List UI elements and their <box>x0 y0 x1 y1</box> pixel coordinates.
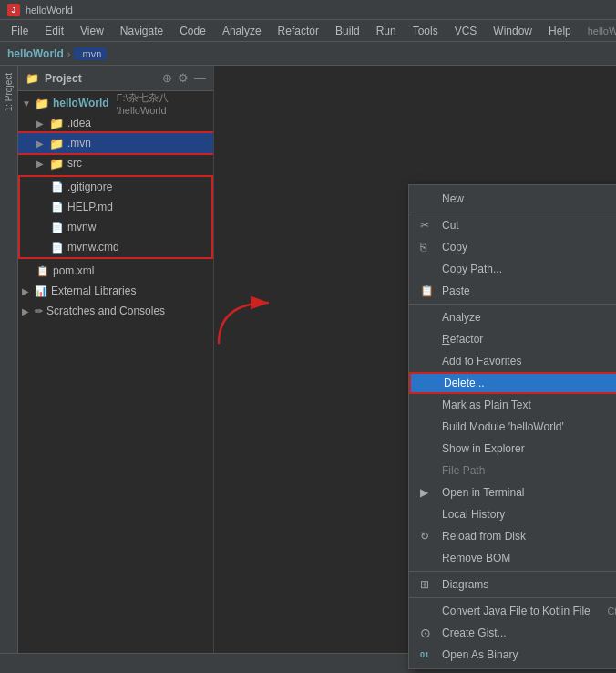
files-section: 📄 .gitignore 📄 HELP.md 📄 mvnw 📄 mvnw.cmd <box>18 175 213 259</box>
tree-src[interactable]: ▶ 📁 src <box>18 153 213 173</box>
cm-terminal[interactable]: ▶ Open in Terminal <box>409 481 616 503</box>
cm-copypath[interactable]: Copy Path... <box>409 258 616 280</box>
cm-openbinary-icon: 01 <box>420 650 436 659</box>
toolbar-settings-icon[interactable]: ⚙ <box>178 71 189 85</box>
cm-new-label: New <box>442 192 616 205</box>
cm-favorites[interactable]: Add to Favorites ▶ <box>409 350 616 372</box>
menu-view[interactable]: View <box>73 23 111 39</box>
tree-ext-libs[interactable]: ▶ 📊 External Libraries <box>18 281 213 301</box>
cm-paste-label: Paste <box>442 285 616 297</box>
cm-localhistory-label: Local History <box>442 508 616 521</box>
cm-copy-label: Copy <box>442 241 616 254</box>
cm-removebom[interactable]: Remove BOM <box>409 547 616 569</box>
breadcrumb: helloWorld › .mvn <box>0 42 616 66</box>
tree-mvnw[interactable]: 📄 mvnw <box>20 217 211 237</box>
cm-creategist[interactable]: ⊙ Create Gist... <box>409 622 616 644</box>
toolbar-globe-icon[interactable]: ⊕ <box>162 71 172 85</box>
cm-creategist-icon: ⊙ <box>420 626 436 640</box>
extlibs-label: External Libraries <box>51 285 136 297</box>
breadcrumb-project[interactable]: helloWorld <box>7 47 64 60</box>
mvnw-label: mvnw <box>67 221 96 233</box>
cm-sep3 <box>409 597 616 598</box>
cm-openbinary[interactable]: 01 Open As Binary <box>409 644 616 666</box>
cm-buildmodule-label: Build Module 'helloWorld' <box>442 420 616 433</box>
cm-diagrams[interactable]: ⊞ Diagrams ▶ <box>409 574 616 595</box>
cm-delete[interactable]: Delete... Delete <box>409 372 616 394</box>
cm-copy-icon: ⎘ <box>420 241 436 254</box>
cm-analyze[interactable]: Analyze ▶ <box>409 306 616 328</box>
menu-analyze[interactable]: Analyze <box>215 23 269 39</box>
menu-help[interactable]: Help <box>541 23 579 39</box>
helpmd-icon: 📄 <box>51 202 64 213</box>
src-label: src <box>67 157 82 170</box>
cm-convertkotlin[interactable]: Convert Java File to Kotlin File Ctrl+Al… <box>409 600 616 622</box>
project-panel-title: Project <box>45 72 157 85</box>
side-strip-label[interactable]: 1: Project <box>4 73 14 111</box>
tree-helpmd[interactable]: 📄 HELP.md <box>20 197 211 217</box>
cm-showexplorer-label: Show in Explorer <box>442 442 616 455</box>
main-area: 1: Project 📁 Project ⊕ ⚙ — ▼ 📁 helloWorl… <box>0 66 616 673</box>
menu-build[interactable]: Build <box>328 23 367 39</box>
cm-new[interactable]: New ▶ <box>409 188 616 210</box>
idea-icon: 📁 <box>49 117 64 130</box>
cm-reload[interactable]: ↻ Reload from Disk <box>409 525 616 547</box>
menu-run[interactable]: Run <box>369 23 404 39</box>
menu-file[interactable]: File <box>4 23 36 39</box>
cm-terminal-icon: ▶ <box>420 486 436 499</box>
cm-sep2 <box>409 571 616 572</box>
content-area: New ▶ ✂ Cut Ctrl+X ⎘ Copy Ctrl+C Copy Pa… <box>214 66 616 673</box>
cm-markplain[interactable]: Mark as Plain Text <box>409 394 616 416</box>
tree-gitignore[interactable]: 📄 .gitignore <box>20 177 211 197</box>
cm-convertkotlin-label: Convert Java File to Kotlin File <box>442 605 600 617</box>
gitignore-icon: 📄 <box>51 181 64 193</box>
menu-bar: File Edit View Navigate Code Analyze Ref… <box>0 20 616 42</box>
tree-idea[interactable]: ▶ 📁 .idea <box>18 113 213 133</box>
cm-localhistory[interactable]: Local History ▶ <box>409 503 616 525</box>
scratches-arrow: ▶ <box>22 306 31 316</box>
cm-paste[interactable]: 📋 Paste Ctrl+V <box>409 280 616 302</box>
cm-delete-label: Delete... <box>444 377 616 389</box>
breadcrumb-sep1: › <box>67 48 71 59</box>
cm-diagrams-label: Diagrams <box>442 578 616 591</box>
root-path: F:\杂七杂八\helloWorld <box>117 91 213 116</box>
cm-sep0 <box>409 212 616 212</box>
tree-pomxml[interactable]: 📋 pom.xml <box>18 261 213 281</box>
cm-copy[interactable]: ⎘ Copy Ctrl+C <box>409 236 616 258</box>
menu-edit[interactable]: Edit <box>37 23 71 39</box>
cm-diagrams-icon: ⊞ <box>420 578 436 591</box>
tree-root[interactable]: ▼ 📁 helloWorld F:\杂七杂八\helloWorld <box>18 93 213 113</box>
cm-terminal-label: Open in Terminal <box>442 486 616 499</box>
gitignore-label: .gitignore <box>67 181 112 193</box>
tree-mvnwcmd[interactable]: 📄 mvnw.cmd <box>20 237 211 257</box>
cm-filepath[interactable]: File Path Ctrl+Alt+F12 <box>409 460 616 481</box>
menu-tools[interactable]: Tools <box>406 23 446 39</box>
project-panel: 📁 Project ⊕ ⚙ — ▼ 📁 helloWorld F:\杂七杂八\h… <box>18 66 214 673</box>
breadcrumb-folder[interactable]: .mvn <box>74 47 107 60</box>
extlibs-icon: 📊 <box>35 285 47 297</box>
cm-analyze-label: Analyze <box>442 311 616 324</box>
cm-cut[interactable]: ✂ Cut Ctrl+X <box>409 214 616 236</box>
cm-reload-icon: ↻ <box>420 530 436 543</box>
helpmd-label: HELP.md <box>67 201 113 213</box>
title-bar: J helloWorld <box>0 0 616 20</box>
scratches-icon: ✏ <box>35 305 43 317</box>
menu-code[interactable]: Code <box>172 23 213 39</box>
menu-vcs[interactable]: VCS <box>447 23 485 39</box>
cm-creategist-label: Create Gist... <box>442 626 616 639</box>
project-toolbar: 📁 Project ⊕ ⚙ — <box>18 66 213 91</box>
menu-refactor[interactable]: Refactor <box>271 23 326 39</box>
cm-buildmodule[interactable]: Build Module 'helloWorld' <box>409 416 616 438</box>
idea-label: .idea <box>67 117 91 129</box>
tree-mvn[interactable]: ▶ 📁 .mvn <box>18 133 213 153</box>
menu-window[interactable]: Window <box>486 23 539 39</box>
mvn-icon: 📁 <box>49 137 64 150</box>
tree-scratches[interactable]: ▶ ✏ Scratches and Consoles <box>18 301 213 321</box>
cm-refactor[interactable]: Refactor ▶ <box>409 328 616 350</box>
file-tree: ▼ 📁 helloWorld F:\杂七杂八\helloWorld ▶ 📁 .i… <box>18 91 213 323</box>
cm-showexplorer[interactable]: Show in Explorer <box>409 438 616 460</box>
toolbar-minimize-icon[interactable]: — <box>194 71 206 85</box>
menu-navigate[interactable]: Navigate <box>113 23 170 39</box>
arrow-container <box>214 294 287 351</box>
title-bar-text: helloWorld <box>26 5 73 16</box>
idea-arrow: ▶ <box>36 119 46 129</box>
